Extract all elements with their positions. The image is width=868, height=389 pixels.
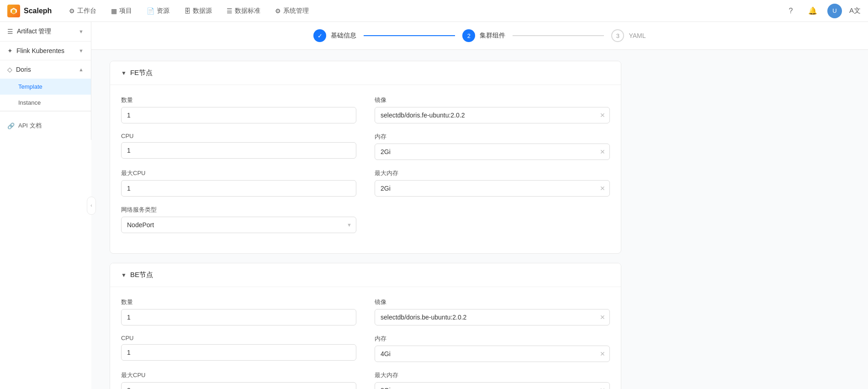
be-quantity-group: 数量 [121,298,356,325]
fe-maxcpu-label: 最大CPU [121,169,356,177]
fe-image-label: 镜像 [375,96,610,104]
nav-workbench[interactable]: ⚙ 工作台 [63,4,103,18]
step-3-circle: 3 [611,29,624,42]
data-standard-icon: ☰ [227,7,233,15]
fe-image-input[interactable] [375,107,610,123]
flink-chevron-icon: ▼ [79,48,84,53]
nav-project[interactable]: ▦ 项目 [105,4,138,18]
sidebar-item-instance[interactable]: Instance [0,95,91,111]
fe-maxmemory-label: 最大内存 [375,169,610,177]
language-button[interactable]: A文 [849,6,861,15]
be-chevron-icon: ▼ [121,272,127,278]
sidebar-artifact-header[interactable]: ☰ Artifact 管理 ▼ [0,22,91,41]
sidebar: ☰ Artifact 管理 ▼ ✦ Flink Kuberentes ▼ [0,22,91,140]
fe-memory-clear-button[interactable]: ✕ [600,148,605,155]
nav-system[interactable]: ⚙ 系统管理 [269,4,315,18]
fe-section-title: FE节点 [130,69,153,77]
be-section-header[interactable]: ▼ BE节点 [110,263,621,287]
fe-cpu-label: CPU [121,133,356,139]
artifact-icon: ☰ [7,28,13,35]
sidebar-section-doris: ◇ Doris ▲ Template Instance [0,60,91,111]
step-line-2 [513,35,604,36]
be-image-input[interactable] [375,309,610,325]
fe-maxmemory-wrapper: ✕ [375,180,610,197]
fe-network-label: 网络服务类型 [121,206,356,214]
be-image-wrapper: ✕ [375,309,610,325]
be-memory-label: 内存 [375,335,610,343]
be-maxmemory-input[interactable] [375,382,610,389]
fe-quantity-input[interactable] [121,107,356,123]
be-maxmemory-wrapper: ✕ [375,382,610,389]
fe-network-select[interactable]: NodePort ClusterIP LoadBalancer [121,217,356,233]
content: ✓ 基础信息 2 集群组件 3 YAML ▼ FE节点 [91,22,868,389]
top-nav: Scaleph ⚙ 工作台 ▦ 项目 📄 资源 🗄 数据源 ☰ 数据标准 ⚙ 系… [0,0,868,22]
nav-data-standard[interactable]: ☰ 数据标准 [220,4,267,18]
step-2-label: 集群组件 [480,32,505,40]
help-button[interactable]: ? [783,4,798,18]
fe-maxmemory-group: 最大内存 ✕ [375,169,610,197]
fe-quantity-group: 数量 [121,96,356,123]
step-3-label: YAML [629,32,646,39]
nav-resource[interactable]: 📄 资源 [140,4,176,18]
project-icon: ▦ [111,7,117,15]
step-line-1 [364,35,455,36]
step-1-label: 基础信息 [331,32,356,40]
fe-network-select-wrapper: NodePort ClusterIP LoadBalancer ▼ [121,217,356,233]
be-maxmemory-group: 最大内存 ✕ [375,371,610,389]
nav-items: ⚙ 工作台 ▦ 项目 📄 资源 🗄 数据源 ☰ 数据标准 ⚙ 系统管理 [63,4,783,18]
fe-cpu-input[interactable] [121,142,356,159]
be-quantity-input[interactable] [121,309,356,325]
fe-image-clear-button[interactable]: ✕ [600,112,605,119]
fe-maxmemory-input[interactable] [375,180,610,197]
step-2-circle: 2 [462,29,475,42]
be-cpu-group: CPU [121,335,356,362]
sidebar-collapse-handle[interactable]: ‹ [87,197,96,215]
fe-quantity-label: 数量 [121,96,356,104]
step-1-circle: ✓ [313,29,326,42]
avatar[interactable]: U [827,4,842,18]
sidebar-item-template[interactable]: Template [0,79,91,95]
be-image-group: 镜像 ✕ [375,298,610,325]
be-row-3: 最大CPU 最大内存 ✕ [121,371,610,389]
be-row-1: 数量 镜像 ✕ [121,298,610,325]
step-2: 2 集群组件 [462,29,505,42]
notification-button[interactable]: 🔔 [805,4,820,18]
link-icon: 🔗 [7,123,15,129]
doris-chevron-icon: ▲ [79,67,84,72]
be-section-title: BE节点 [130,271,153,279]
fe-memory-group: 内存 ✕ [375,133,610,160]
api-doc-link[interactable]: 🔗 API 文档 [7,119,84,133]
be-memory-wrapper: ✕ [375,346,610,362]
fe-section-body: 数量 镜像 ✕ [110,85,621,253]
doris-icon: ◇ [7,66,12,73]
fe-cpu-group: CPU [121,133,356,160]
nav-datasource[interactable]: 🗄 数据源 [178,4,218,18]
steps-bar: ✓ 基础信息 2 集群组件 3 YAML [91,22,868,50]
sidebar-doris-header[interactable]: ◇ Doris ▲ [0,60,91,79]
fe-chevron-icon: ▼ [121,70,127,76]
be-cpu-label: CPU [121,335,356,341]
datasource-icon: 🗄 [184,7,191,15]
nav-right: ? 🔔 U A文 [783,4,861,18]
be-maxcpu-input[interactable] [121,382,356,389]
sidebar-flink-header[interactable]: ✦ Flink Kuberentes ▼ [0,42,91,60]
be-maxmemory-clear-button[interactable]: ✕ [600,387,605,389]
fe-row-3: 最大CPU 最大内存 ✕ [121,169,610,197]
fe-maxmemory-clear-button[interactable]: ✕ [600,185,605,192]
fe-row-1: 数量 镜像 ✕ [121,96,610,123]
be-memory-input[interactable] [375,346,610,362]
fe-image-group: 镜像 ✕ [375,96,610,123]
artifact-chevron-icon: ▼ [79,29,84,34]
logo-icon [7,5,20,17]
fe-row-4: 网络服务类型 NodePort ClusterIP LoadBalancer ▼ [121,206,356,233]
be-cpu-input[interactable] [121,344,356,361]
sidebar-footer: 🔗 API 文档 [0,111,91,140]
fe-maxcpu-input[interactable] [121,180,356,197]
be-memory-clear-button[interactable]: ✕ [600,350,605,357]
fe-memory-input[interactable] [375,144,610,160]
be-memory-group: 内存 ✕ [375,335,610,362]
fe-section-header[interactable]: ▼ FE节点 [110,61,621,85]
be-row-2: CPU 内存 ✕ [121,335,610,362]
be-image-clear-button[interactable]: ✕ [600,314,605,321]
flink-icon: ✦ [7,47,13,54]
